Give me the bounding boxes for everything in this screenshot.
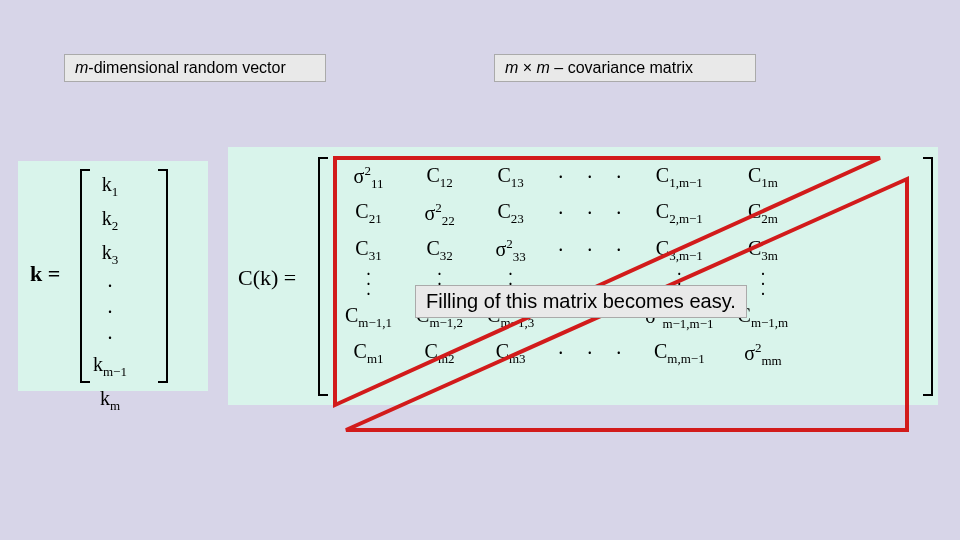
matrix-bracket-right bbox=[923, 157, 933, 396]
vector-bracket-right bbox=[158, 169, 168, 383]
table-row: C31 C32 σ233 ··· C3,m−1 C3m bbox=[333, 232, 800, 269]
callout-text: Filling of this matrix becomes easy. bbox=[426, 290, 736, 312]
table-row: σ211 C12 C13 ··· C1,m−1 C1m bbox=[333, 159, 800, 196]
matrix-panel: C(k) = σ211 C12 C13 ··· C1,m−1 C1m C21 σ… bbox=[228, 147, 938, 405]
vec-entry: k1 bbox=[93, 171, 127, 205]
label-random-vector: m-dimensional random vector bbox=[64, 54, 326, 82]
vector-entries: k1 k2 k3 · · · km−1 km bbox=[93, 171, 127, 419]
vec-entry: k2 bbox=[93, 205, 127, 239]
vector-bracket-left bbox=[80, 169, 90, 383]
matrix-bracket-left bbox=[318, 157, 328, 396]
vec-entry: km bbox=[93, 385, 127, 419]
matrix-lhs: C(k) = bbox=[238, 265, 296, 291]
matrix-table: σ211 C12 C13 ··· C1,m−1 C1m C21 σ222 C23… bbox=[333, 159, 800, 372]
label-random-vector-text: m-dimensional random vector bbox=[75, 59, 286, 76]
table-row: ··· ·· bbox=[333, 269, 800, 279]
vector-lhs: k = bbox=[30, 261, 60, 287]
vec-entry: k3 bbox=[93, 239, 127, 273]
table-row: Cm1 Cm2 Cm3 ··· Cm,m−1 σ2mm bbox=[333, 336, 800, 373]
vec-entry: km−1 bbox=[93, 351, 127, 385]
vector-panel: k = k1 k2 k3 · · · km−1 km bbox=[18, 161, 208, 391]
vec-entry: · bbox=[93, 325, 127, 351]
vec-entry: · bbox=[93, 299, 127, 325]
table-row: C21 σ222 C23 ··· C2,m−1 C2m bbox=[333, 196, 800, 233]
label-cov-matrix-text: m × m – covariance matrix bbox=[505, 59, 693, 76]
vec-entry: · bbox=[93, 273, 127, 299]
label-cov-matrix: m × m – covariance matrix bbox=[494, 54, 756, 82]
callout-filling-easy: Filling of this matrix becomes easy. bbox=[415, 285, 747, 318]
